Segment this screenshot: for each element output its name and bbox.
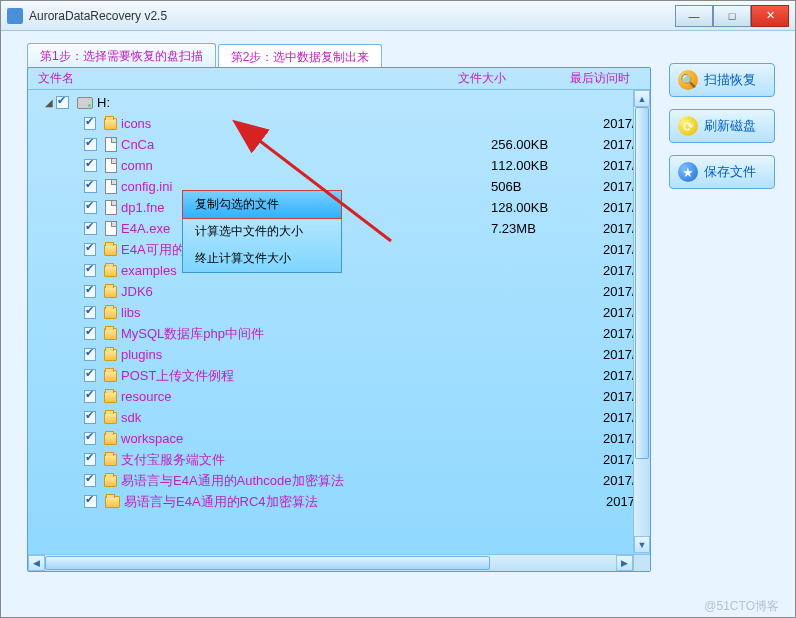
row-size: 128.00KB (491, 200, 603, 215)
row-checkbox[interactable] (84, 369, 96, 382)
row-checkbox[interactable] (84, 453, 96, 466)
magnifier-icon: 🔍 (678, 70, 698, 90)
scroll-down-icon[interactable]: ▼ (634, 536, 650, 553)
drive-checkbox[interactable] (56, 96, 69, 109)
file-icon (105, 158, 118, 173)
row-size: 7.23MB (491, 221, 603, 236)
table-row[interactable]: comn112.00KB2017/12 (28, 155, 650, 176)
drive-label: H: (97, 95, 467, 110)
table-row[interactable]: 易语言与E4A通用的Authcode加密算法2017/12 (28, 470, 650, 491)
folder-icon (104, 370, 117, 382)
save-label: 保存文件 (704, 163, 756, 181)
row-checkbox[interactable] (84, 327, 96, 340)
scroll-up-icon[interactable]: ▲ (634, 90, 650, 107)
file-icon (105, 179, 118, 194)
refresh-disk-button[interactable]: ⟳ 刷新磁盘 (669, 109, 775, 143)
context-menu: 复制勾选的文件 计算选中文件的大小 终止计算文件大小 (182, 190, 342, 273)
file-tree[interactable]: ◢ H: icons2017/12CnCa256.00KB2017/12comn… (28, 90, 650, 550)
table-row[interactable]: workspace2017/12 (28, 428, 650, 449)
row-checkbox[interactable] (84, 495, 97, 508)
table-row[interactable]: MySQL数据库php中间件2017/12 (28, 323, 650, 344)
folder-icon (104, 265, 117, 277)
file-icon (105, 221, 118, 236)
vscroll-track[interactable] (634, 107, 650, 536)
row-name: icons (121, 116, 491, 131)
folder-icon (104, 412, 117, 424)
row-name: comn (121, 158, 491, 173)
table-row[interactable]: 支付宝服务端文件2017/12 (28, 449, 650, 470)
table-row[interactable]: libs2017/12 (28, 302, 650, 323)
column-header[interactable]: 文件名 文件大小 最后访问时 (28, 68, 650, 90)
row-checkbox[interactable] (84, 285, 96, 298)
row-name: CnCa (121, 137, 491, 152)
scroll-right-icon[interactable]: ▶ (616, 555, 633, 571)
drive-icon (77, 97, 93, 109)
table-row[interactable]: icons2017/12 (28, 113, 650, 134)
row-checkbox[interactable] (84, 138, 97, 151)
vertical-scrollbar[interactable]: ▲ ▼ (633, 90, 650, 553)
horizontal-scrollbar[interactable]: ◀ ▶ (28, 554, 633, 571)
row-checkbox[interactable] (84, 180, 97, 193)
row-checkbox[interactable] (84, 348, 96, 361)
app-icon (7, 8, 23, 24)
refresh-label: 刷新磁盘 (704, 117, 756, 135)
row-size: 256.00KB (491, 137, 603, 152)
save-file-button[interactable]: ★ 保存文件 (669, 155, 775, 189)
scroll-left-icon[interactable]: ◀ (28, 555, 45, 571)
folder-icon (104, 328, 117, 340)
watermark: @51CTO博客 (704, 598, 779, 615)
row-name: plugins (121, 347, 491, 362)
row-name: 易语言与E4A通用的RC4加密算法 (124, 493, 494, 511)
expand-icon[interactable]: ◢ (42, 97, 56, 108)
row-name: sdk (121, 410, 491, 425)
col-date: 最后访问时 (570, 70, 650, 87)
folder-icon (105, 496, 120, 508)
row-checkbox[interactable] (84, 411, 96, 424)
hscroll-track[interactable] (45, 555, 616, 571)
ctx-copy-selected[interactable]: 复制勾选的文件 (182, 190, 342, 219)
folder-icon (104, 118, 117, 130)
table-row[interactable]: POST上传文件例程2017/12 (28, 365, 650, 386)
folder-icon (104, 286, 117, 298)
row-name: libs (121, 305, 491, 320)
ctx-calc-size[interactable]: 计算选中文件的大小 (183, 218, 341, 245)
col-name: 文件名 (38, 70, 458, 87)
drive-row[interactable]: ◢ H: (28, 92, 650, 113)
row-checkbox[interactable] (84, 243, 96, 256)
row-checkbox[interactable] (84, 222, 97, 235)
row-name: JDK6 (121, 284, 491, 299)
app-window: AuroraDataRecovery v2.5 — □ ✕ 第1步：选择需要恢复… (0, 0, 796, 618)
ctx-stop-calc[interactable]: 终止计算文件大小 (183, 245, 341, 272)
minimize-button[interactable]: — (675, 5, 713, 27)
row-checkbox[interactable] (84, 201, 97, 214)
side-buttons: 🔍 扫描恢复 ⟳ 刷新磁盘 ★ 保存文件 (669, 63, 775, 189)
row-checkbox[interactable] (84, 390, 96, 403)
table-row[interactable]: sdk2017/12 (28, 407, 650, 428)
window-controls: — □ ✕ (675, 5, 789, 27)
maximize-button[interactable]: □ (713, 5, 751, 27)
table-row[interactable]: JDK62017/12 (28, 281, 650, 302)
row-checkbox[interactable] (84, 432, 96, 445)
scan-label: 扫描恢复 (704, 71, 756, 89)
vscroll-thumb[interactable] (635, 107, 649, 459)
table-row[interactable]: resource2017/12 (28, 386, 650, 407)
close-button[interactable]: ✕ (751, 5, 789, 27)
table-row[interactable]: 易语言与E4A通用的RC4加密算法2017/1 (28, 491, 650, 512)
table-row[interactable]: plugins2017/12 (28, 344, 650, 365)
scan-recover-button[interactable]: 🔍 扫描恢复 (669, 63, 775, 97)
row-checkbox[interactable] (84, 117, 96, 130)
tab-step1[interactable]: 第1步：选择需要恢复的盘扫描 (27, 43, 216, 69)
folder-icon (104, 307, 117, 319)
table-row[interactable]: CnCa256.00KB2017/12 (28, 134, 650, 155)
row-name: resource (121, 389, 491, 404)
row-name: POST上传文件例程 (121, 367, 491, 385)
row-checkbox[interactable] (84, 474, 96, 487)
row-checkbox[interactable] (84, 306, 96, 319)
file-icon (105, 137, 118, 152)
hscroll-thumb[interactable] (45, 556, 490, 570)
row-name: 支付宝服务端文件 (121, 451, 491, 469)
row-checkbox[interactable] (84, 159, 97, 172)
row-checkbox[interactable] (84, 264, 96, 277)
file-panel: 文件名 文件大小 最后访问时 ◢ H: icons2017/12CnCa256.… (27, 67, 651, 572)
folder-icon (104, 433, 117, 445)
